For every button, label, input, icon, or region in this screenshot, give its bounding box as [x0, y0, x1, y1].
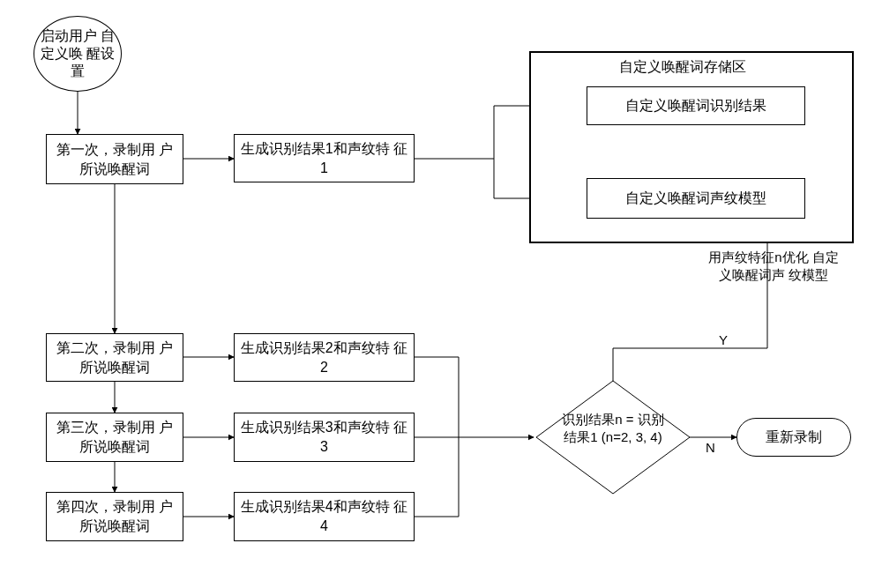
record-3-label: 第三次，录制用 户所说唤醒词: [52, 418, 177, 456]
generate-1-box: 生成识别结果1和声纹特 征1: [234, 134, 415, 182]
record-4-label: 第四次，录制用 户所说唤醒词: [52, 497, 177, 535]
rerecord-label: 重新录制: [766, 428, 822, 447]
storage-region-title: 自定义唤醒词存储区: [619, 58, 746, 77]
storage-result-box: 自定义唤醒词识别结果: [587, 86, 805, 125]
decision-text: 识别结果n = 识别结果1 (n=2, 3, 4): [557, 411, 669, 445]
branch-yes-label: Y: [719, 331, 728, 349]
optimize-note: 用声纹特征n优化 自定义唤醒词声 纹模型: [707, 249, 840, 283]
record-4-box: 第四次，录制用 户所说唤醒词: [46, 492, 183, 541]
generate-4-label: 生成识别结果4和声纹特 征4: [240, 497, 408, 535]
generate-2-box: 生成识别结果2和声纹特 征2: [234, 333, 415, 382]
start-terminator: 启动用户 自定义唤 醒设置: [34, 16, 122, 92]
generate-3-box: 生成识别结果3和声纹特 征3: [234, 413, 415, 462]
generate-3-label: 生成识别结果3和声纹特 征3: [240, 418, 408, 456]
record-2-label: 第二次，录制用 户所说唤醒词: [52, 339, 177, 376]
rerecord-terminator: 重新录制: [736, 418, 851, 457]
generate-2-label: 生成识别结果2和声纹特 征2: [240, 339, 408, 376]
storage-model-box: 自定义唤醒词声纹模型: [587, 178, 805, 219]
start-label: 启动用户 自定义唤 醒设置: [34, 27, 121, 80]
generate-1-label: 生成识别结果1和声纹特 征1: [240, 139, 408, 177]
generate-4-box: 生成识别结果4和声纹特 征4: [234, 492, 415, 541]
storage-result-label: 自定义唤醒词识别结果: [625, 96, 766, 115]
record-3-box: 第三次，录制用 户所说唤醒词: [46, 413, 183, 462]
record-2-box: 第二次，录制用 户所说唤醒词: [46, 333, 183, 382]
storage-model-label: 自定义唤醒词声纹模型: [625, 189, 766, 208]
record-1-box: 第一次，录制用 户所说唤醒词: [46, 134, 183, 184]
branch-no-label: N: [706, 439, 715, 457]
record-1-label: 第一次，录制用 户所说唤醒词: [52, 140, 177, 178]
